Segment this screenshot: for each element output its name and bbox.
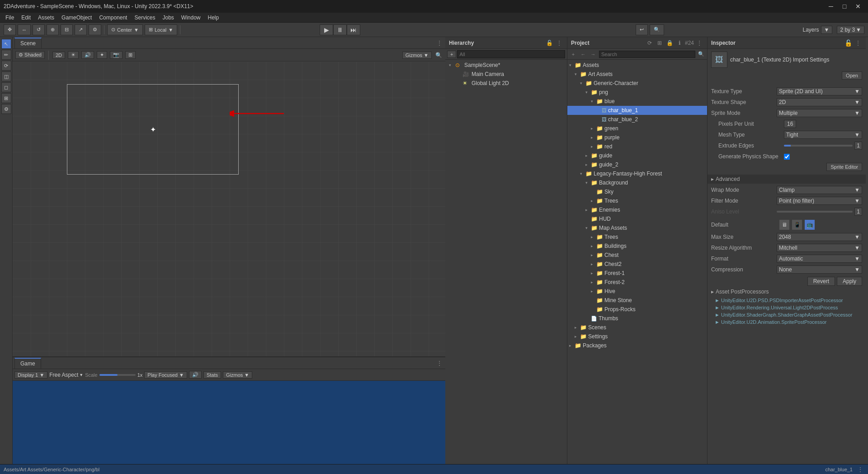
tool-settings[interactable]: ⚙	[1, 104, 11, 114]
menu-file[interactable]: File	[2, 13, 18, 23]
ptree-trees-map[interactable]: ▸ 📁 Trees	[567, 232, 707, 242]
mesh-type-dropdown[interactable]: Tight ▼	[784, 131, 862, 139]
menu-jobs[interactable]: Jobs	[159, 13, 177, 23]
play-focused-btn[interactable]: Play Focused ▼	[144, 371, 187, 379]
platform-icon-pc[interactable]: 🖥	[779, 220, 789, 230]
aniso-value[interactable]: 1	[854, 208, 862, 216]
tool-move[interactable]: ↔	[18, 24, 31, 35]
sprite-editor-btn[interactable]: Sprite Editor	[826, 163, 862, 171]
game-scale-slider[interactable]	[99, 374, 136, 376]
project-more-btn[interactable]: ⋮	[695, 39, 703, 47]
postprocessor-4[interactable]: ► UnityEditor.U2D.Animation.SpritePostPr…	[711, 318, 862, 326]
ptree-guide[interactable]: ▸ 📁 guide	[567, 151, 707, 160]
hierarchy-lock-btn[interactable]: 🔓	[545, 39, 553, 47]
scene-more-btn[interactable]: ⋮	[435, 39, 443, 47]
postprocessor-2[interactable]: ► UnityEditor.Rendering.Universal.Light2…	[711, 304, 862, 311]
pivot-center-toggle[interactable]: ⊙ Center ▼	[107, 24, 143, 35]
ptree-legacy[interactable]: ▾ 📁 Legacy-Fantasy-High Forest	[567, 169, 707, 178]
project-icon-1[interactable]: ⟳	[646, 39, 654, 47]
ptree-sky[interactable]: 📁 Sky	[567, 187, 707, 196]
ptree-char-blue-1[interactable]: 🖼 char_blue_1	[567, 106, 707, 115]
ppu-value[interactable]: 16	[784, 120, 796, 128]
ptree-chest[interactable]: ▸ 📁 Chest	[567, 251, 707, 260]
ptree-guide2[interactable]: ▸ 📁 guide_2	[567, 160, 707, 169]
ptree-blue[interactable]: ▾ 📁 blue	[567, 97, 707, 106]
ptree-png[interactable]: ▾ 📁 png	[567, 88, 707, 97]
stats-btn[interactable]: Stats	[203, 371, 221, 379]
hierarchy-more-btn[interactable]: ⋮	[555, 39, 563, 47]
ptree-hud[interactable]: 📁 HUD	[567, 214, 707, 223]
scene-camera-btn[interactable]: 📷	[110, 51, 123, 59]
ptree-chest2[interactable]: ▸ 📁 Chest2	[567, 260, 707, 269]
scene-overlay-btn[interactable]: ⊞	[125, 51, 136, 59]
scene-fx-btn[interactable]: ✦	[97, 51, 107, 59]
tool-rotate[interactable]: ↺	[33, 24, 45, 35]
ptree-generic-char[interactable]: ▾ 📁 Generic-Character	[567, 79, 707, 88]
close-button[interactable]: ✕	[852, 0, 864, 13]
menu-assets[interactable]: Assets	[34, 13, 58, 23]
statusbar-more-btn[interactable]: ⋮	[856, 465, 864, 474]
hierarchy-search[interactable]	[457, 50, 565, 58]
menu-services[interactable]: Services	[131, 13, 159, 23]
ptree-mine-stone[interactable]: 📁 Mine Stone	[567, 296, 707, 305]
tool-brush[interactable]: ✏	[1, 50, 11, 60]
tab-game[interactable]: Game	[14, 358, 41, 369]
menu-component[interactable]: Component	[95, 13, 131, 23]
project-arrow-fwd[interactable]: →	[589, 50, 597, 58]
game-gizmos-btn[interactable]: Gizmos ▼	[223, 371, 252, 379]
tool-scale[interactable]: ⊕	[47, 24, 59, 35]
space-local-toggle[interactable]: ⊞ Local ▼	[145, 24, 177, 35]
tree-global-light[interactable]: ☀ Global Light 2D	[445, 79, 567, 88]
ptree-props-rocks[interactable]: 📁 Props-Rocks	[567, 305, 707, 314]
scene-2d-btn[interactable]: 2D	[52, 52, 65, 59]
game-display-btn[interactable]: Display 1 ▼	[14, 371, 47, 379]
tree-main-camera[interactable]: 🎥 Main Camera	[445, 70, 567, 79]
scene-gizmos-btn[interactable]: Gizmos ▼	[402, 52, 432, 59]
ptree-forest1[interactable]: ▸ 📁 Forest-1	[567, 269, 707, 278]
mute-btn[interactable]: 🔊	[189, 371, 202, 379]
ptree-packages[interactable]: ▸ 📁 Packages	[567, 341, 707, 350]
layout-dropdown[interactable]: 2 by 3 ▼	[837, 26, 864, 34]
filter-mode-dropdown[interactable]: Point (no filter) ▼	[777, 197, 862, 205]
project-icon-4[interactable]: ℹ	[675, 39, 684, 47]
format-dropdown[interactable]: Automatic ▼	[777, 255, 862, 263]
search-btn[interactable]: 🔍	[650, 24, 664, 35]
inspector-lock-btn[interactable]: 🔓	[844, 39, 852, 47]
scene-lighting-btn[interactable]: ☀	[68, 51, 79, 59]
tool-select[interactable]: ↖	[1, 39, 11, 49]
ptree-enemies[interactable]: ▸ 📁 Enemies	[567, 205, 707, 214]
tab-scene[interactable]: Scene	[14, 38, 42, 48]
platform-icon-tablet[interactable]: 📱	[792, 220, 802, 230]
tool-grid[interactable]: ⊞	[1, 93, 11, 103]
menu-edit[interactable]: Edit	[18, 13, 34, 23]
postprocessor-1[interactable]: ► UnityEditor.U2D.PSD.PSDImporterAssetPo…	[711, 297, 862, 304]
resize-dropdown[interactable]: Mitchell ▼	[777, 244, 862, 252]
ptree-scenes[interactable]: ▸ 📁 Scenes	[567, 323, 707, 332]
hierarchy-add-btn[interactable]: +	[447, 51, 456, 58]
project-icon-2[interactable]: ⊞	[656, 39, 664, 47]
project-search[interactable]	[599, 51, 695, 58]
scene-audio-btn[interactable]: 🔊	[81, 51, 94, 59]
minimize-button[interactable]: ─	[825, 0, 837, 13]
ptree-purple[interactable]: ▸ 📁 purple	[567, 133, 707, 142]
menu-gameobject[interactable]: GameObject	[58, 13, 95, 23]
physics-checkbox[interactable]	[784, 154, 790, 160]
ptree-buildings[interactable]: ▸ 📁 Buildings	[567, 242, 707, 251]
pause-button[interactable]: ⏸	[333, 24, 347, 35]
aniso-slider[interactable]	[777, 211, 853, 213]
extrude-slider[interactable]	[784, 145, 853, 147]
inspector-advanced-section[interactable]: ▸ Advanced	[708, 175, 866, 184]
tool-extra[interactable]: ⚙	[89, 24, 101, 35]
project-add-btn[interactable]: +	[569, 50, 577, 58]
tree-samplescene[interactable]: ▾ ⊙ SampleScene*	[445, 61, 567, 70]
platform-icon-tv[interactable]: 📺	[805, 220, 815, 230]
game-aspect-dropdown[interactable]: Free Aspect ▼	[49, 372, 83, 378]
ptree-forest2[interactable]: ▸ 📁 Forest-2	[567, 278, 707, 287]
game-more-btn[interactable]: ⋮	[435, 359, 443, 367]
max-size-dropdown[interactable]: 2048 ▼	[777, 233, 862, 241]
extrude-value[interactable]: 1	[854, 142, 862, 150]
revert-btn[interactable]: Revert	[807, 277, 835, 286]
inspector-more-btn[interactable]: ⋮	[854, 39, 862, 47]
ptree-green[interactable]: ▸ 📁 green	[567, 124, 707, 133]
layers-dropdown[interactable]: ▼	[821, 26, 833, 34]
